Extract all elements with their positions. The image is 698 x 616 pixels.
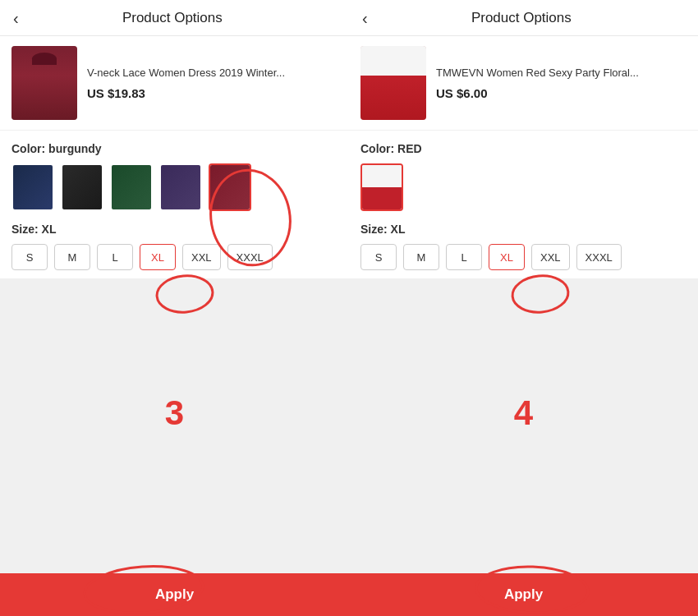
- color-swatches-1: [11, 163, 338, 211]
- swatch-black[interactable]: [61, 163, 103, 211]
- back-button-1[interactable]: ‹: [13, 10, 19, 26]
- panel-2: ‹ Product Options TMWEVN Women Red Sexy …: [349, 0, 698, 616]
- size-m-2[interactable]: M: [403, 244, 439, 270]
- apply-button-2[interactable]: Apply: [349, 573, 698, 616]
- back-button-2[interactable]: ‹: [362, 10, 368, 26]
- swatch-burgundy[interactable]: [209, 163, 251, 211]
- product-info-2: TMWEVN Women Red Sexy Party Floral... US…: [349, 36, 698, 131]
- size-buttons-2: S M L XL XXL XXXL: [360, 244, 687, 270]
- size-l-1[interactable]: L: [97, 244, 133, 270]
- step-number-1: 3: [165, 393, 184, 433]
- size-xl-1[interactable]: XL: [140, 244, 176, 270]
- swatch-navy[interactable]: [11, 163, 54, 211]
- size-label-2: Size: XL: [360, 223, 687, 236]
- product-price-1: US $19.83: [87, 86, 338, 100]
- color-label-1: Color: burgundy: [11, 142, 338, 155]
- size-s-2[interactable]: S: [360, 244, 397, 270]
- bottom-area-2: 4: [349, 278, 698, 616]
- swatch-green[interactable]: [110, 163, 153, 211]
- page-title-1: Product Options: [29, 10, 316, 26]
- swatch-purple[interactable]: [159, 163, 202, 211]
- size-xxxl-2[interactable]: XXXL: [576, 244, 622, 270]
- size-m-1[interactable]: M: [54, 244, 90, 270]
- product-thumbnail-1: [11, 46, 77, 120]
- options-section-1: Color: burgundy Size: XL S M L XL XXL XX…: [0, 131, 349, 278]
- product-price-2: US $6.00: [436, 86, 687, 100]
- product-details-1: V-neck Lace Women Dress 2019 Winter... U…: [87, 66, 338, 99]
- product-thumbnail-2: [360, 46, 426, 120]
- color-label-2: Color: RED: [360, 142, 687, 155]
- size-xxxl-1[interactable]: XXXL: [227, 244, 273, 270]
- size-l-2[interactable]: L: [446, 244, 482, 270]
- color-swatches-2: [360, 163, 687, 211]
- product-details-2: TMWEVN Women Red Sexy Party Floral... US…: [436, 66, 687, 99]
- options-section-2: Color: RED Size: XL S M L XL XXL XXXL: [349, 131, 698, 278]
- size-xl-2[interactable]: XL: [489, 244, 525, 270]
- size-xxl-1[interactable]: XXL: [182, 244, 221, 270]
- apply-button-1[interactable]: Apply: [0, 573, 349, 616]
- page-title-2: Product Options: [378, 10, 665, 26]
- product-name-1: V-neck Lace Women Dress 2019 Winter...: [87, 66, 338, 80]
- size-s-1[interactable]: S: [11, 244, 48, 270]
- product-name-2: TMWEVN Women Red Sexy Party Floral...: [436, 66, 687, 80]
- size-xxl-2[interactable]: XXL: [531, 244, 570, 270]
- size-buttons-1: S M L XL XXL XXXL: [11, 244, 338, 270]
- size-label-1: Size: XL: [11, 223, 338, 236]
- header-2: ‹ Product Options: [349, 0, 698, 36]
- bottom-area-1: 3: [0, 278, 349, 616]
- swatch-red-white[interactable]: [360, 163, 403, 211]
- header-1: ‹ Product Options: [0, 0, 349, 36]
- product-info-1: V-neck Lace Women Dress 2019 Winter... U…: [0, 36, 349, 131]
- panel-1: ‹ Product Options V-neck Lace Women Dres…: [0, 0, 349, 616]
- step-number-2: 4: [514, 393, 533, 433]
